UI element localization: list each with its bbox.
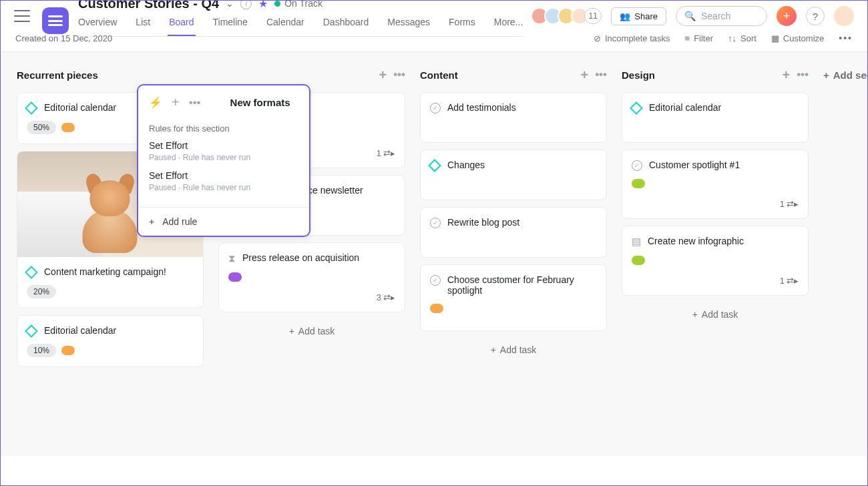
card[interactable]: Editorial calendar 10% xyxy=(17,315,204,367)
search-icon: 🔍 xyxy=(684,11,696,21)
column-title[interactable]: Design xyxy=(622,69,655,81)
plus-icon: + xyxy=(289,326,294,336)
customize-icon: ▦ xyxy=(771,33,779,43)
menu-icon[interactable] xyxy=(14,10,30,22)
customize-label: Customize xyxy=(783,33,824,43)
star-icon[interactable]: ★ xyxy=(258,0,268,10)
card[interactable]: ▤Create new infographic 1⇄▸ xyxy=(622,226,809,296)
tab-overview[interactable]: Overview xyxy=(78,17,117,36)
tab-messages[interactable]: Messages xyxy=(387,17,430,36)
complete-icon[interactable]: ✓ xyxy=(430,218,441,228)
people-icon: 👥 xyxy=(620,11,630,21)
add-task-label: Add task xyxy=(298,326,335,336)
add-task-button[interactable]: +Add task xyxy=(218,319,405,343)
card[interactable]: ✓Choose customer for February spotlight xyxy=(420,264,607,331)
add-rule-label: Add rule xyxy=(162,216,197,227)
card-title: Customer spotlight #1 xyxy=(649,160,740,170)
check-circle-icon: ⊘ xyxy=(594,33,601,43)
column-menu-button[interactable]: ••• xyxy=(797,68,809,81)
tab-timeline[interactable]: Timeline xyxy=(213,17,248,36)
info-icon[interactable]: i xyxy=(240,0,252,9)
rule-item[interactable]: Set Effort Paused · Rule has never run xyxy=(149,140,298,162)
percent-badge: 20% xyxy=(27,285,56,298)
search-input[interactable]: 🔍 Search xyxy=(676,6,767,26)
column-title[interactable]: Recurrent pieces xyxy=(17,69,98,81)
add-rule-button[interactable]: + Add rule xyxy=(138,207,309,236)
card[interactable]: ✓Customer spotlight #1 1⇄▸ xyxy=(622,150,809,219)
complete-icon[interactable]: ✓ xyxy=(430,103,441,113)
tag-icon xyxy=(61,346,75,355)
tag-icon xyxy=(430,304,443,313)
card-title: Changes xyxy=(447,160,485,170)
card[interactable]: Editorial calendar xyxy=(622,92,809,143)
filter-label: Filter xyxy=(694,33,713,43)
column-menu-button[interactable]: ••• xyxy=(595,68,607,81)
sort-icon: ↑↓ xyxy=(728,33,736,43)
add-task-button[interactable]: +Add task xyxy=(420,338,607,362)
column-title[interactable]: Content xyxy=(420,69,458,81)
card-title: Editorial calendar xyxy=(44,102,116,113)
help-button[interactable]: ? xyxy=(806,7,825,25)
card[interactable]: ✓Add testimonials xyxy=(420,92,607,143)
card-title: Press release on acquisition xyxy=(242,252,359,263)
rules-popover: ⚡ + ••• New formats Rules for this secti… xyxy=(137,84,310,237)
hourglass-icon: ⧗ xyxy=(228,252,236,264)
add-task-label: Add task xyxy=(702,309,738,320)
plus-icon: + xyxy=(491,344,496,355)
project-status[interactable]: On Track xyxy=(274,0,322,9)
rule-item[interactable]: Set Effort Paused · Rule has never run xyxy=(149,170,298,192)
chevron-down-icon[interactable]: ⌄ xyxy=(226,0,234,9)
tab-board[interactable]: Board xyxy=(169,17,194,36)
add-card-button[interactable]: + xyxy=(379,67,387,83)
column-menu-button[interactable]: ••• xyxy=(393,68,405,81)
tab-list[interactable]: List xyxy=(136,17,150,36)
more-button[interactable]: ••• xyxy=(839,33,853,43)
tag-icon xyxy=(632,256,645,265)
subtask-count: 1 xyxy=(780,276,785,286)
card[interactable]: Changes xyxy=(420,150,607,200)
plus-icon: + xyxy=(692,309,698,320)
add-section-button[interactable]: + Add section xyxy=(823,65,867,84)
user-avatar[interactable] xyxy=(834,6,854,26)
tab-more[interactable]: More... xyxy=(494,17,523,36)
sort-button[interactable]: ↑↓Sort xyxy=(728,33,756,43)
sort-label: Sort xyxy=(740,33,756,43)
subtask-icon: ⇄▸ xyxy=(383,292,395,302)
add-card-button[interactable]: + xyxy=(580,67,588,83)
card[interactable]: ⧗Press release on acquisition 3⇄▸ xyxy=(218,242,405,312)
card-title: Editorial calendar xyxy=(649,102,721,113)
complete-icon[interactable]: ✓ xyxy=(430,275,441,286)
project-title: Customer Stories - Q4 xyxy=(78,0,219,11)
tag-icon xyxy=(228,272,242,282)
tab-forms[interactable]: Forms xyxy=(449,17,475,36)
filter-icon: ≡ xyxy=(685,33,690,43)
add-card-button[interactable]: + xyxy=(782,67,790,83)
document-icon: ▤ xyxy=(632,236,641,248)
complete-icon[interactable]: ✓ xyxy=(632,160,642,171)
card[interactable]: ✓Rewrite blog post xyxy=(420,207,607,258)
filter-button[interactable]: ≡Filter xyxy=(685,33,713,43)
add-button[interactable]: + xyxy=(777,6,797,26)
column-menu-button[interactable]: ••• xyxy=(189,96,201,109)
incomplete-tasks-filter[interactable]: ⊘Incomplete tasks xyxy=(594,33,670,43)
add-task-button[interactable]: +Add task xyxy=(622,302,809,326)
milestone-icon xyxy=(25,101,38,115)
tab-calendar[interactable]: Calendar xyxy=(266,17,304,36)
popover-title: New formats xyxy=(230,97,290,108)
subtask-count: 1 xyxy=(377,148,381,158)
member-avatars[interactable]: 11 xyxy=(535,7,602,25)
customize-button[interactable]: ▦Customize xyxy=(771,33,824,43)
rule-name: Set Effort xyxy=(149,170,298,181)
card-title: Content marketing campaign! xyxy=(44,266,166,277)
card-title: Rewrite blog post xyxy=(447,217,519,228)
tab-dashboard[interactable]: Dashboard xyxy=(323,17,369,36)
share-button[interactable]: 👥 Share xyxy=(611,7,666,25)
plus-icon: + xyxy=(823,69,829,81)
add-card-button[interactable]: + xyxy=(172,95,180,110)
tag-icon xyxy=(61,123,75,132)
subtask-count: 3 xyxy=(377,292,381,302)
rules-section-label: Rules for this section xyxy=(149,124,298,134)
card-title: Choose customer for February spotlight xyxy=(447,274,597,296)
bolt-icon[interactable]: ⚡ xyxy=(149,96,162,109)
percent-badge: 10% xyxy=(27,344,56,357)
